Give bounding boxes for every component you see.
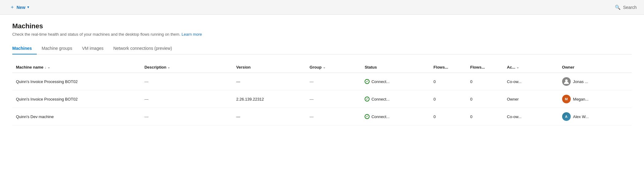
status-text: Connect... [371,97,389,101]
col-header-group[interactable]: Group ⌄ [306,62,361,73]
col-header-flows2: Flows... [466,62,503,73]
filter-chevron-icon: ⌄ [516,66,519,69]
subtitle-text: Check the real-time health and status of… [12,32,180,37]
owner-name: Jonas ... [573,79,588,84]
top-bar: ＋ New ▾ 🔍 Search [0,0,644,15]
cell-description: — [141,90,232,108]
chevron-down-icon: ▾ [27,5,29,9]
cell-flows1: 0 [430,73,467,90]
tab-network-connections[interactable]: Network connections (preview) [108,43,177,54]
cell-status: Connect... [361,73,430,90]
col-header-ac[interactable]: Ac... ⌄ [503,62,558,73]
search-bar[interactable]: 🔍 Search [615,5,637,10]
table-row[interactable]: Quinn's Dev machine — — — Connect... 0 0… [12,108,632,125]
tab-machine-groups[interactable]: Machine groups [37,43,77,54]
new-button[interactable]: ＋ New ▾ [7,3,32,12]
cell-ac: Co-ow... [503,73,558,90]
machines-table: Machine name ↓ ⌄ Description ⌄ Ver [12,62,632,125]
col-header-flows1: Flows... [430,62,467,73]
cell-machine-name: Quinn's Invoice Processing BOT02 [12,73,141,90]
sort-asc-icon: ↓ [45,66,47,69]
cell-machine-name: Quinn's Dev machine [12,108,141,125]
table-header-row: Machine name ↓ ⌄ Description ⌄ Ver [12,62,632,73]
search-icon: 🔍 [615,5,621,10]
avatar [562,77,571,86]
col-header-version: Version [232,62,306,73]
person-icon [564,79,569,84]
status-connected-icon [365,79,370,84]
tab-machines[interactable]: Machines [12,43,37,54]
cell-flows2: 0 [466,108,503,125]
cell-version: — [232,73,306,90]
avatar: M [562,95,571,103]
main-content: Machines Check the real-time health and … [0,15,644,171]
cell-group: — [306,90,361,108]
cell-owner: A Alex W... [558,108,632,125]
status-text: Connect... [371,79,389,84]
cell-flows1: 0 [430,90,467,108]
filter-chevron-icon: ⌄ [48,66,50,69]
search-label: Search [623,5,637,10]
table-row[interactable]: Quinn's Invoice Processing BOT02 — 2.26.… [12,90,632,108]
cell-group: — [306,108,361,125]
cell-status: Connect... [361,90,430,108]
cell-ac: Co-ow... [503,108,558,125]
cell-flows2: 0 [466,73,503,90]
cell-description: — [141,108,232,125]
cell-flows1: 0 [430,108,467,125]
col-header-owner: Owner [558,62,632,73]
cell-owner: M Megan... [558,90,632,108]
avatar: A [562,112,571,121]
cell-version: — [232,108,306,125]
cell-description: — [141,73,232,90]
filter-chevron-icon: ⌄ [323,66,325,69]
filter-chevron-icon: ⌄ [167,66,170,69]
table-row[interactable]: Quinn's Invoice Processing BOT02 — — — C… [12,73,632,90]
learn-more-link[interactable]: Learn more [182,32,202,37]
cell-group: — [306,73,361,90]
col-header-status: Status [361,62,430,73]
col-header-machine-name[interactable]: Machine name ↓ ⌄ [12,62,141,73]
tab-vm-images[interactable]: VM images [77,43,108,54]
status-text: Connect... [371,114,389,119]
col-header-description[interactable]: Description ⌄ [141,62,232,73]
page-title: Machines [12,22,632,30]
cell-owner: Jonas ... [558,73,632,90]
tabs-container: Machines Machine groups VM images Networ… [12,43,632,54]
page-subtitle: Check the real-time health and status of… [12,32,632,37]
owner-name: Megan... [573,97,589,101]
owner-name: Alex W... [573,114,589,119]
status-connected-icon [365,114,370,119]
cell-version: 2.26.139.22312 [232,90,306,108]
plus-icon: ＋ [10,4,15,10]
new-label: New [17,5,25,10]
cell-ac: Owner [503,90,558,108]
cell-flows2: 0 [466,90,503,108]
svg-point-0 [565,79,568,82]
cell-status: Connect... [361,108,430,125]
status-connected-icon [365,97,370,101]
cell-machine-name: Quinn's Invoice Processing BOT02 [12,90,141,108]
